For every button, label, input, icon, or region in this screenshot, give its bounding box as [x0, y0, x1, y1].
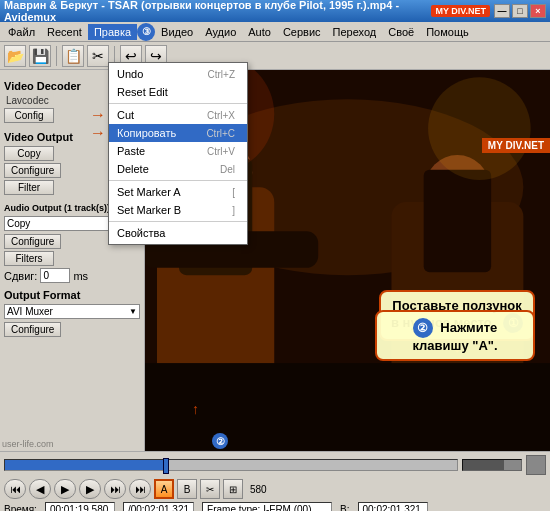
- shift-label: Сдвиг:: [4, 270, 37, 282]
- toolbar-copy[interactable]: 📋: [62, 45, 84, 67]
- watermark: MY DIV.NET: [482, 138, 550, 153]
- transport-controls: ⏮ ◀ ▶ ▶ ⏭ ⏭ A B ✂ ⊞ ② 580: [4, 479, 546, 499]
- configure-button-2[interactable]: Configure: [4, 234, 61, 249]
- dropdown-sep-3: [109, 221, 247, 222]
- skip-to-end[interactable]: ⏭: [129, 479, 151, 499]
- shift-row: Сдвиг: ms: [4, 268, 140, 283]
- menu-copy[interactable]: Копировать Ctrl+C: [109, 124, 247, 142]
- window-controls: — □ ×: [494, 4, 546, 18]
- filter-button[interactable]: Filter: [4, 180, 54, 195]
- title-bar: Маврин & Беркут - TSAR (отрывки концерто…: [0, 0, 550, 22]
- toolbar-cut[interactable]: ✂: [87, 45, 109, 67]
- frame-type-display: Frame type: I-FRM (00): [202, 502, 332, 511]
- site-watermark: user-life.com: [2, 439, 54, 449]
- config-button[interactable]: Config: [4, 108, 54, 123]
- menu-recent[interactable]: Recent: [41, 24, 88, 40]
- svg-rect-11: [145, 363, 550, 451]
- copy-segment-button[interactable]: ⊞: [223, 479, 243, 499]
- menu-paste[interactable]: Paste Ctrl+V: [109, 142, 247, 160]
- menu-video[interactable]: Видео: [155, 24, 199, 40]
- menu-help[interactable]: Помощь: [420, 24, 475, 40]
- set-marker-b-button[interactable]: B: [177, 479, 197, 499]
- fast-forward[interactable]: ⏭: [104, 479, 126, 499]
- menu-badge[interactable]: ③: [137, 23, 155, 41]
- frame-counter: 580: [250, 484, 267, 495]
- cut-button[interactable]: ✂: [200, 479, 220, 499]
- configure-button[interactable]: Configure: [4, 163, 61, 178]
- edit-dropdown-menu: Undo Ctrl+Z Reset Edit Cut Ctrl+X Копиро…: [108, 62, 248, 245]
- ms-label: ms: [73, 270, 88, 282]
- menu-set-marker-b[interactable]: Set Marker B ]: [109, 201, 247, 219]
- configure-button-3[interactable]: Configure: [4, 322, 61, 337]
- callout-2: ② Нажмите клавишу "A".: [375, 310, 535, 361]
- total-time-display: /00:02:01.321: [123, 502, 194, 511]
- menu-delete[interactable]: Delete Del: [109, 160, 247, 178]
- badge-2-indicator: ②: [212, 433, 228, 449]
- toolbar-open[interactable]: 📂: [4, 45, 26, 67]
- copy-button[interactable]: Copy: [4, 146, 54, 161]
- output-format-label: Output Format: [4, 289, 140, 301]
- rewind-to-start[interactable]: ⏮: [4, 479, 26, 499]
- volume-bar[interactable]: [462, 459, 522, 471]
- menu-reset-edit[interactable]: Reset Edit: [109, 83, 247, 101]
- filters-button[interactable]: Filters: [4, 251, 54, 266]
- maximize-button[interactable]: □: [512, 4, 528, 18]
- window-title: Маврин & Беркут - TSAR (отрывки концерто…: [4, 0, 431, 23]
- main-layout: Video Decoder Lavcodec Config Video Outp…: [0, 70, 550, 451]
- svg-point-10: [428, 77, 531, 180]
- toolbar: 📂 💾 📋 ✂ ↩ ↪: [0, 42, 550, 70]
- play-button[interactable]: ▶: [54, 479, 76, 499]
- bottom-controls: ↑ ⏮ ◀ ▶ ▶ ⏭ ⏭ A B ✂ ⊞ ② 580 Время: 00:01…: [0, 451, 550, 511]
- close-button[interactable]: ×: [530, 4, 546, 18]
- toolbar-sep-1: [56, 46, 57, 66]
- volume-thumb: [526, 455, 546, 475]
- menu-undo[interactable]: Undo Ctrl+Z: [109, 65, 247, 83]
- menu-audio[interactable]: Аудио: [199, 24, 242, 40]
- dropdown-sep-2: [109, 180, 247, 181]
- toolbar-save[interactable]: 💾: [29, 45, 51, 67]
- arrow-indicator-2: →: [90, 124, 106, 142]
- svg-rect-8: [424, 170, 491, 273]
- dropdown-arrow-2: ▼: [129, 307, 137, 316]
- shift-input[interactable]: [40, 268, 70, 283]
- seekbar-thumb[interactable]: [163, 458, 169, 474]
- menu-auto[interactable]: Auto: [242, 24, 277, 40]
- seekbar[interactable]: [4, 459, 458, 471]
- time-label: Время:: [4, 504, 37, 511]
- menu-service[interactable]: Сервис: [277, 24, 327, 40]
- logo-badge: MY DIV.NET: [431, 5, 490, 17]
- avi-muxer-dropdown[interactable]: AVI Muxer ▼: [4, 304, 140, 319]
- current-time-display: 00:01:19.580: [45, 502, 115, 511]
- callout-2-badge: ②: [413, 318, 433, 338]
- arrow-indicator-1: →: [90, 106, 106, 124]
- seekbar-fill: [5, 460, 163, 470]
- set-marker-a-button[interactable]: A: [154, 479, 174, 499]
- step-back[interactable]: ◀: [29, 479, 51, 499]
- seekbar-arrow: ↑: [192, 401, 199, 417]
- menu-set-marker-a[interactable]: Set Marker A [: [109, 183, 247, 201]
- step-forward[interactable]: ▶: [79, 479, 101, 499]
- status-bar: Время: 00:01:19.580 /00:02:01.321 Frame …: [4, 502, 546, 511]
- menu-cut[interactable]: Cut Ctrl+X: [109, 106, 247, 124]
- menu-file[interactable]: Файл: [2, 24, 41, 40]
- dropdown-sep-1: [109, 103, 247, 104]
- b-time-display: 00:02:01.321: [358, 502, 428, 511]
- menu-bar: Файл Recent Правка ③ Видео Аудио Auto Се…: [0, 22, 550, 42]
- seekbar-area: ↑: [4, 455, 546, 475]
- minimize-button[interactable]: —: [494, 4, 510, 18]
- b-label: B:: [340, 504, 349, 511]
- menu-edit[interactable]: Правка: [88, 24, 137, 40]
- menu-properties[interactable]: Свойства: [109, 224, 247, 242]
- menu-goto[interactable]: Переход: [327, 24, 383, 40]
- menu-own[interactable]: Своё: [382, 24, 420, 40]
